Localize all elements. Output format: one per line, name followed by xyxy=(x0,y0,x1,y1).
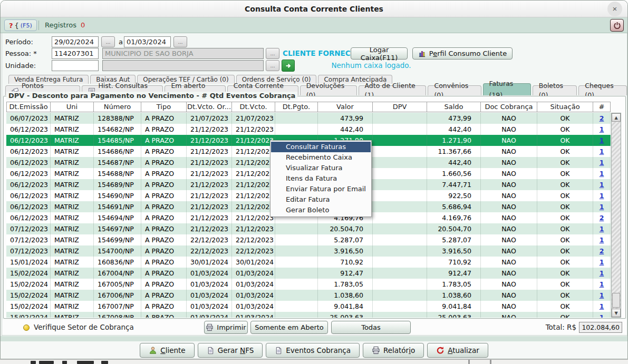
table-row[interactable]: 07/12/2023MATRIZ154699/NPA PRAZO22/12/20… xyxy=(6,234,611,245)
table-row[interactable]: 07/12/2023MATRIZ154700/NPA PRAZO22/12/20… xyxy=(6,245,611,257)
tab-faturas-19[interactable]: Faturas (19) xyxy=(483,83,531,95)
tab-cheques-0[interactable]: Cheques (0) xyxy=(578,85,627,95)
scroll-down-arrow[interactable]: ▼ xyxy=(612,309,621,317)
table-cell-dt-pgto xyxy=(275,290,318,301)
column-header-uni[interactable]: Uni xyxy=(51,102,94,112)
table-row[interactable]: 15/01/2024MATRIZ160836/NPA PRAZO30/01/20… xyxy=(6,257,611,268)
context-menu-item-editar-fatura[interactable]: Editar Fatura xyxy=(271,194,371,205)
event-count-link[interactable]: 1 xyxy=(600,313,604,318)
event-count-link[interactable]: 2 xyxy=(600,247,604,255)
context-menu-item-enviar-fatura-por-email[interactable]: Enviar Fatura por Email xyxy=(271,184,371,194)
event-count-link[interactable]: 1 xyxy=(600,258,604,266)
close-button[interactable]: × xyxy=(607,2,622,16)
logar-caixa-button[interactable]: Logar Caixa(F11) xyxy=(351,47,408,60)
todas-button[interactable]: Todas xyxy=(331,321,411,334)
action-button-relatorio[interactable]: Relatório xyxy=(363,343,424,358)
event-count-link[interactable]: 1 xyxy=(600,159,604,166)
table-cell-uni: MATRIZ xyxy=(51,124,94,135)
column-header-dt-pgto[interactable]: Dt.Pgto. xyxy=(275,102,318,112)
somente-em-aberto-button[interactable]: Somente em Aberto xyxy=(250,321,328,334)
table-cell-dt-vcto-or: 22/12/2023 xyxy=(187,234,232,245)
column-header-dt-vcto-or[interactable]: Dt.Vcto. Or... xyxy=(187,102,232,112)
event-count-link[interactable]: 1 xyxy=(600,269,604,277)
event-count-link[interactable]: 1 xyxy=(600,181,604,189)
table-cell-situacao: OK xyxy=(537,179,593,190)
periodo-to-browse-button[interactable]: ... xyxy=(173,36,187,47)
event-count-link[interactable]: 1 xyxy=(600,280,604,288)
unidade-browse-button[interactable]: ... xyxy=(266,60,279,71)
action-button-eventos-cobranca[interactable]: Eventos Cobrança xyxy=(266,343,360,358)
column-header-situacao[interactable]: Situação xyxy=(537,102,593,112)
column-header-dt-emissao[interactable]: Dt.Emissão xyxy=(6,102,51,112)
event-count-link[interactable]: 1 xyxy=(600,147,604,155)
table-row[interactable]: 15/02/2024MATRIZ167007/NPA PRAZO01/03/20… xyxy=(6,301,611,312)
vertical-scrollbar[interactable]: ▲ ▼ xyxy=(611,113,621,318)
context-menu-item-itens-da-fatura[interactable]: Itens da Fatura xyxy=(271,173,371,184)
table-row[interactable]: 15/02/2024MATRIZ167008/NPA PRAZO01/03/20… xyxy=(6,312,611,318)
column-header-saldo[interactable]: Saldo xyxy=(427,102,481,112)
help-button[interactable]: ? { (F5) xyxy=(4,19,37,31)
event-count-link[interactable]: 1 xyxy=(600,192,604,200)
event-count-link[interactable]: 2 xyxy=(600,214,604,222)
column-header-tipo[interactable]: Tipo xyxy=(141,102,187,112)
power-button[interactable] xyxy=(610,19,624,32)
context-menu-item-visualizar-fatura[interactable]: Visualizar Fatura xyxy=(271,163,371,173)
column-header-dt-vcto[interactable]: Dt.Vcto. xyxy=(232,102,275,112)
tab-devolucoes-0[interactable]: Devoluções (0) xyxy=(300,85,357,95)
perfil-consumo-button[interactable]: Perfil Consumo Cliente xyxy=(412,47,513,60)
go-button[interactable] xyxy=(282,60,295,72)
context-menu-item-recebimento-caixa[interactable]: Recebimento Caixa xyxy=(271,152,371,163)
event-count-link[interactable]: 1 xyxy=(600,236,604,244)
pessoa-code-input[interactable] xyxy=(52,48,99,59)
tab-convenios-0[interactable]: Convênios (0) xyxy=(428,85,481,95)
table-cell-uni: MATRIZ xyxy=(51,135,94,146)
action-button-atualizar[interactable]: Atualizar xyxy=(427,343,488,358)
tab-boletos-0[interactable]: Boletos (0) xyxy=(533,85,577,95)
action-button-gerar-nfs[interactable]: Gerar NFS xyxy=(198,343,263,358)
table-row[interactable]: 15/02/2024MATRIZ167005/NPA PRAZO01/03/20… xyxy=(6,279,611,290)
action-button-cliente[interactable]: Cliente xyxy=(140,343,194,358)
table-row[interactable]: 07/12/2023MATRIZ154697/NPA PRAZO21/12/20… xyxy=(6,223,611,234)
table-cell-: 1 xyxy=(593,135,611,146)
column-header-numero[interactable]: Número xyxy=(94,102,141,112)
event-count-link[interactable]: 1 xyxy=(600,225,604,233)
table-row[interactable]: 15/02/2024MATRIZ167004/NPA PRAZO01/03/20… xyxy=(6,268,611,279)
table-cell-saldo: 1.271,90 xyxy=(427,135,481,146)
event-count-link[interactable]: 1 xyxy=(600,302,604,310)
event-count-link[interactable]: 1 xyxy=(600,203,604,211)
table-cell-tipo: A PRAZO xyxy=(141,179,187,190)
column-header-dpv[interactable]: DPV xyxy=(373,102,427,112)
table-cell-doc-cobranca: NAO xyxy=(481,268,537,279)
pessoa-browse-button[interactable]: ... xyxy=(266,48,279,59)
table-cell-dt-vcto-or: 30/01/2024 xyxy=(187,257,232,268)
event-count-link[interactable]: 2 xyxy=(600,114,604,122)
context-menu-item-consultar-faturas[interactable]: Consultar Faturas xyxy=(271,142,371,152)
event-count-link[interactable]: 1 xyxy=(600,170,604,178)
tab-adto-de-cliente-1[interactable]: Adto de Cliente (1) xyxy=(359,85,427,95)
periodo-to-input[interactable] xyxy=(124,36,171,47)
periodo-from-input[interactable] xyxy=(52,36,99,47)
table-cell-tipo: A PRAZO xyxy=(141,257,187,268)
table-cell-dt-vcto: 21/12/2023 xyxy=(232,135,275,146)
table-row[interactable]: 06/12/2023MATRIZ154682/NPA PRAZO21/12/20… xyxy=(6,124,611,135)
table-cell-dt-emissao: 15/02/2024 xyxy=(6,301,51,312)
unidade-code-input[interactable] xyxy=(52,60,99,71)
event-count-link[interactable]: 1 xyxy=(600,291,604,299)
table-cell-valor: 20.504,70 xyxy=(318,223,373,234)
toolbar-separator xyxy=(38,21,39,30)
table-cell-situacao: OK xyxy=(537,234,593,245)
scrollbar-thumb[interactable] xyxy=(612,293,620,308)
imprimir-button[interactable]: Imprimir xyxy=(204,321,248,334)
event-count-link[interactable]: 1 xyxy=(600,125,604,133)
column-header-doc-cobranca[interactable]: Doc Cobrança xyxy=(481,102,537,112)
table-cell-situacao: OK xyxy=(537,301,593,312)
column-header-[interactable]: # xyxy=(593,102,611,112)
event-count-link[interactable]: 1 xyxy=(600,136,604,144)
periodo-from-browse-button[interactable]: ... xyxy=(101,36,115,47)
table-row[interactable]: 06/07/2023MATRIZ128388/NPA PRAZO21/07/20… xyxy=(6,113,611,124)
context-menu-item-gerar-boleto[interactable]: Gerar Boleto xyxy=(271,205,371,215)
column-header-valor[interactable]: Valor xyxy=(318,102,373,112)
table-row[interactable]: 15/02/2024MATRIZ167006/NPA PRAZO01/03/20… xyxy=(6,290,611,301)
scroll-up-arrow[interactable]: ▲ xyxy=(612,113,621,122)
table-cell-: 2 xyxy=(593,113,611,124)
